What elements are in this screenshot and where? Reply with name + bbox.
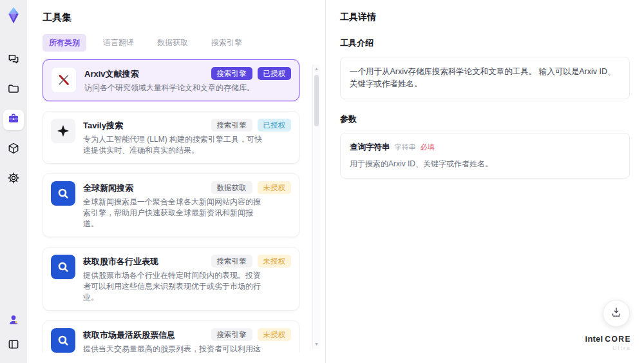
intel-wordmark: intel (585, 334, 603, 344)
scroll-up-icon[interactable]: ▲ (314, 64, 319, 74)
tool-description: 提供股票市场各个行业在特定时间段内的表现。投资者可以利用这些信息来识别表现优于或… (83, 270, 265, 303)
category-tag: 搜索引擎 (211, 255, 252, 268)
app-logo-icon (5, 6, 23, 25)
ultra-wordmark: Ultra (585, 344, 631, 353)
tab-1[interactable]: 所有类别 (43, 34, 86, 52)
intel-core-logo: intelCORE Ultra (585, 334, 631, 353)
list-scrollbar[interactable]: ▲ ▼ (312, 64, 320, 349)
scroll-down-icon[interactable]: ▼ (314, 340, 319, 349)
detail-title: 工具详情 (340, 12, 630, 23)
auth-status-tag: 未授权 (258, 255, 292, 268)
sidebar-item-profile[interactable] (5, 313, 22, 329)
sidebar-item-collapse-panel[interactable] (5, 337, 22, 354)
param-card: 查询字符串 字符串 必填 用于搜索的Arxiv ID、关键字或作者姓名。 (340, 133, 630, 179)
chat-icon (7, 53, 20, 68)
tab-3[interactable]: 数据获取 (151, 34, 194, 52)
scrollbar-thumb[interactable] (314, 75, 319, 126)
left-sidebar (0, 0, 27, 363)
blue-tool-icon (51, 328, 75, 353)
tool-list: Arxiv文献搜索搜索引擎已授权访问各个研究领域大量科学论文和文章的存储库。Ta… (43, 59, 310, 353)
intro-text: 一个用于从Arxiv存储库搜索科学论文和文章的工具。 输入可以是Arxiv ID… (350, 66, 620, 90)
sidebar-nav (3, 50, 24, 190)
tool-description: 专为人工智能代理 (LLM) 构建的搜索引擎工具，可快速提供实时、准确和真实的结… (83, 134, 265, 156)
tavily-tool-icon (51, 119, 75, 143)
sidebar-item-gear[interactable] (3, 169, 24, 190)
tool-name: 获取市场最活跃股票信息 (83, 328, 175, 341)
tool-name: Arxiv文献搜索 (84, 67, 139, 80)
param-required-badge: 必填 (421, 142, 435, 152)
category-tag: 搜索引擎 (211, 328, 252, 341)
blue-tool-icon (51, 181, 75, 206)
params-section-header: 参数 (340, 113, 630, 125)
tool-description: 全球新闻搜索是一个聚合全球各大新闻网站内容的搜索引擎，帮助用户快速获取全球最新资… (83, 197, 265, 230)
intro-card: 一个用于从Arxiv存储库搜索科学论文和文章的工具。 输入可以是Arxiv ID… (340, 57, 630, 99)
tab-4[interactable]: 搜索引擎 (205, 34, 249, 52)
tool-name: 获取股市各行业表现 (83, 255, 158, 268)
tool-card-5[interactable]: 获取市场最活跃股票信息搜索引擎未授权提供当天交易量最高的股票列表，投资者可以利用… (43, 320, 299, 353)
collapse-panel-icon (7, 338, 20, 353)
category-tabs: 所有类别语言翻译数据获取搜索引擎 (43, 34, 310, 52)
auth-status-tag: 已授权 (258, 119, 292, 132)
toolbox-icon (7, 112, 20, 128)
tool-list-panel: 工具集 所有类别语言翻译数据获取搜索引擎 Arxiv文献搜索搜索引擎已授权访问各… (27, 0, 325, 363)
param-header-line: 查询字符串 字符串 必填 (350, 142, 620, 153)
category-tag: 搜索引擎 (211, 119, 252, 132)
intro-section-header: 工具介绍 (340, 37, 630, 49)
tool-card-4[interactable]: 获取股市各行业表现搜索引擎未授权提供股票市场各个行业在特定时间段内的表现。投资者… (43, 247, 299, 311)
sidebar-item-cube[interactable] (3, 139, 24, 160)
folder-icon (7, 83, 20, 98)
tool-detail-panel: 工具详情 工具介绍 一个用于从Arxiv存储库搜索科学论文和文章的工具。 输入可… (325, 0, 644, 363)
sidebar-item-chat[interactable] (3, 50, 24, 71)
tool-card-2[interactable]: Tavily搜索搜索引擎已授权专为人工智能代理 (LLM) 构建的搜索引擎工具，… (43, 111, 299, 164)
param-name: 查询字符串 (350, 142, 390, 153)
download-icon (610, 306, 623, 321)
tab-2[interactable]: 语言翻译 (97, 34, 140, 52)
sidebar-item-folder[interactable] (3, 80, 24, 101)
core-wordmark: CORE (605, 335, 631, 344)
category-tag: 数据获取 (211, 181, 252, 194)
cube-icon (7, 142, 20, 157)
tool-card-1[interactable]: Arxiv文献搜索搜索引擎已授权访问各个研究领域大量科学论文和文章的存储库。 (43, 59, 299, 101)
sidebar-bottom (5, 313, 22, 354)
tool-description: 提供当天交易量最高的股票列表，投资者可以利用这些信息来识别流动性强的股票和潜在的… (83, 344, 265, 353)
tool-card-3[interactable]: 全球新闻搜索数据获取未授权全球新闻搜索是一个聚合全球各大新闻网站内容的搜索引擎，… (43, 173, 299, 237)
sidebar-item-toolbox[interactable] (3, 110, 24, 130)
auth-status-tag: 已授权 (258, 67, 292, 80)
param-description: 用于搜索的Arxiv ID、关键字或作者姓名。 (350, 159, 620, 170)
gear-icon (7, 172, 20, 187)
tool-name: 全球新闻搜索 (83, 181, 133, 194)
download-button[interactable] (603, 300, 630, 327)
page-title: 工具集 (43, 12, 310, 24)
category-tag: 搜索引擎 (211, 67, 252, 80)
param-type: 字符串 (395, 142, 416, 152)
tool-description: 访问各个研究领域大量科学论文和文章的存储库。 (84, 83, 267, 93)
auth-status-tag: 未授权 (258, 181, 292, 194)
arxiv-tool-icon (51, 67, 77, 93)
app-window: 工具集 所有类别语言翻译数据获取搜索引擎 Arxiv文献搜索搜索引擎已授权访问各… (0, 0, 644, 363)
tool-name: Tavily搜索 (83, 119, 123, 132)
profile-icon (7, 313, 20, 329)
blue-tool-icon (51, 255, 75, 279)
auth-status-tag: 未授权 (258, 328, 292, 341)
